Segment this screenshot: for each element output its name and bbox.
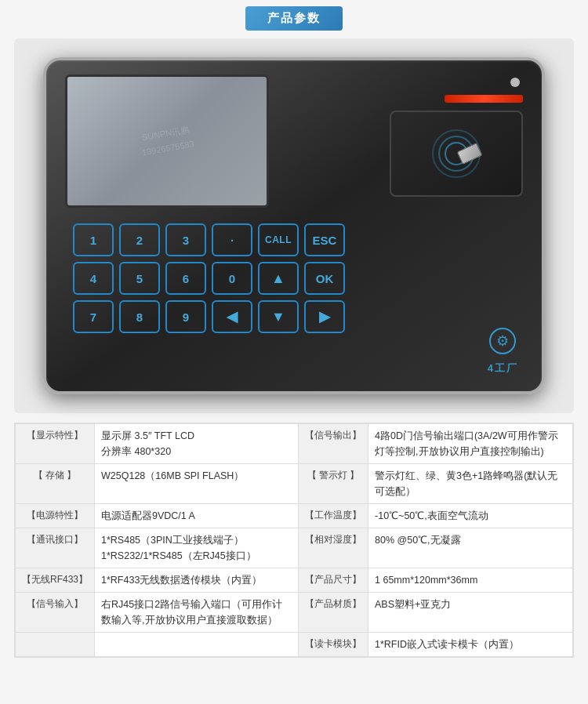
- spec-value-right-5: ABS塑料+亚克力: [368, 593, 573, 633]
- key-7[interactable]: 7: [73, 300, 114, 333]
- spec-value-right-3: 80% @50℃,无凝露: [368, 528, 573, 568]
- spec-value-left-2: 电源适配器9VDC/1 A: [95, 504, 299, 528]
- key-4[interactable]: 4: [73, 262, 114, 295]
- header-banner: 产品参数: [0, 0, 588, 38]
- spec-label-left-0: 【显示特性】: [16, 424, 95, 464]
- spec-value-left-3: 1*RS485（3PIN工业接线端子） 1*RS232/1*RS485（左RJ4…: [95, 528, 299, 568]
- led-indicator: [510, 78, 520, 87]
- specs-table-wrapper: 【显示特性】显示屏 3.5″ TFT LCD 分辨率 480*320【信号输出】…: [14, 423, 574, 658]
- spec-label-right-3: 【相对湿度】: [299, 528, 368, 568]
- table-row: 【读卡模块】1*RFID嵌入式读卡模卡（内置）: [16, 633, 573, 657]
- spec-value-right-4: 1 65mm*120mm*36mm: [368, 568, 573, 593]
- rfid-waves: [429, 126, 484, 181]
- lcd-watermark: SUNPN讯鹏 13926575583: [139, 122, 196, 160]
- device-top: SUNPN讯鹏 13926575583: [65, 74, 523, 208]
- device-container: SUNPN讯鹏 13926575583: [14, 38, 574, 413]
- spec-value-right-2: -10℃~50℃,表面空气流动: [368, 504, 573, 528]
- logo-text: 4工厂: [488, 361, 518, 376]
- key-9[interactable]: 9: [165, 300, 206, 333]
- spec-value-right-0: 4路0D门信号输出端口(3A/2W可用作警示灯等控制,开放协议用户直接控制输出): [368, 424, 573, 464]
- spec-label-right-6: 【读卡模块】: [299, 633, 368, 657]
- key-call[interactable]: CALL: [258, 223, 299, 256]
- spec-label-left-6: [16, 633, 95, 657]
- keypad: 1 2 3 · CALL ESC 4 5 6 0 ▲ OK 7 8 9 ◀ ▼ …: [73, 223, 345, 333]
- spec-label-right-5: 【产品材质】: [299, 593, 368, 633]
- spec-value-right-1: 警示灯红、绿、黄3色+1路蜂鸣器(默认无可选配）: [368, 464, 573, 504]
- spec-label-left-2: 【电源特性】: [16, 504, 95, 528]
- table-row: 【 存储 】W25Q128（16MB SPI FLASH）【 警示灯 】警示灯红…: [16, 464, 573, 504]
- spec-value-left-4: 1*RF433无线数据透传模块（内置）: [95, 568, 299, 593]
- device: SUNPN讯鹏 13926575583: [43, 57, 545, 394]
- header-tab: 产品参数: [245, 6, 343, 31]
- key-0[interactable]: 0: [212, 262, 252, 295]
- device-right: [283, 74, 523, 208]
- spec-label-right-4: 【产品尺寸】: [299, 568, 368, 593]
- header-tab-label: 产品参数: [267, 11, 321, 24]
- key-dot[interactable]: ·: [212, 223, 252, 256]
- spec-label-left-1: 【 存储 】: [16, 464, 95, 504]
- table-row: 【通讯接口】1*RS485（3PIN工业接线端子） 1*RS232/1*RS48…: [16, 528, 573, 568]
- key-right[interactable]: ▶: [304, 300, 345, 333]
- spec-value-left-6: [95, 633, 299, 657]
- spec-value-right-6: 1*RFID嵌入式读卡模卡（内置）: [368, 633, 573, 657]
- rfid-reader-area: [390, 111, 523, 197]
- spec-label-left-4: 【无线RF433】: [16, 568, 95, 593]
- key-left[interactable]: ◀: [212, 300, 252, 333]
- svg-text:⚙: ⚙: [496, 333, 509, 349]
- key-6[interactable]: 6: [165, 262, 206, 295]
- device-logo: ⚙ 4工厂: [488, 327, 518, 376]
- logo-symbol: ⚙: [488, 327, 517, 358]
- spec-label-right-2: 【工作温度】: [299, 504, 368, 528]
- key-5[interactable]: 5: [119, 262, 160, 295]
- spec-label-left-3: 【通讯接口】: [16, 528, 95, 568]
- table-row: 【电源特性】电源适配器9VDC/1 A【工作温度】-10℃~50℃,表面空气流动: [16, 504, 573, 528]
- key-1[interactable]: 1: [73, 223, 114, 256]
- spec-label-left-5: 【信号输入】: [16, 593, 95, 633]
- spec-value-left-1: W25Q128（16MB SPI FLASH）: [95, 464, 299, 504]
- key-2[interactable]: 2: [119, 223, 160, 256]
- red-strip: [445, 95, 523, 103]
- table-row: 【信号输入】右RJ45接口2路信号输入端口（可用作计数输入等,开放协议用户直接渡…: [16, 593, 573, 633]
- spec-value-left-5: 右RJ45接口2路信号输入端口（可用作计数输入等,开放协议用户直接渡取数据）: [95, 593, 299, 633]
- spec-label-right-0: 【信号输出】: [299, 424, 368, 464]
- key-8[interactable]: 8: [119, 300, 160, 333]
- spec-label-right-1: 【 警示灯 】: [299, 464, 368, 504]
- key-down[interactable]: ▼: [258, 300, 299, 333]
- key-ok[interactable]: OK: [304, 262, 345, 295]
- spec-value-left-0: 显示屏 3.5″ TFT LCD 分辨率 480*320: [95, 424, 299, 464]
- key-up[interactable]: ▲: [258, 262, 299, 295]
- watermark-line1: SUNPN讯鹏: [139, 122, 194, 146]
- watermark-line2: 13926575583: [141, 136, 196, 160]
- key-3[interactable]: 3: [165, 223, 206, 256]
- specs-table: 【显示特性】显示屏 3.5″ TFT LCD 分辨率 480*320【信号输出】…: [15, 423, 573, 657]
- key-esc[interactable]: ESC: [304, 223, 345, 256]
- lcd-screen: SUNPN讯鹏 13926575583: [65, 74, 269, 208]
- table-row: 【显示特性】显示屏 3.5″ TFT LCD 分辨率 480*320【信号输出】…: [16, 424, 573, 464]
- table-row: 【无线RF433】1*RF433无线数据透传模块（内置）【产品尺寸】1 65mm…: [16, 568, 573, 593]
